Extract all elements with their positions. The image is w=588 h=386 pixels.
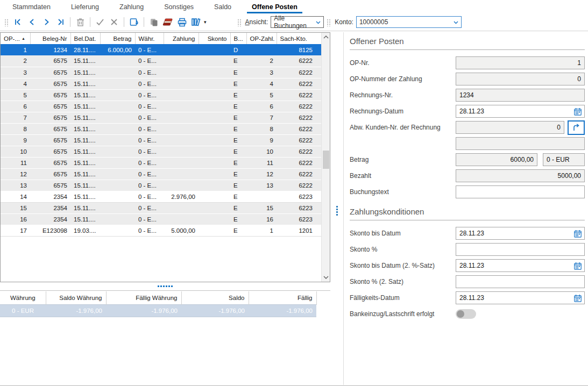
cell[interactable]: 2.976,00 <box>164 191 199 202</box>
cell[interactable]: 6223 <box>277 202 321 213</box>
cell[interactable]: 15.11.... <box>70 202 100 213</box>
cell[interactable]: 2 <box>1 55 30 67</box>
column-header[interactable]: Fällig <box>249 291 316 304</box>
reports-dropdown-caret-icon[interactable]: ▾ <box>204 19 207 25</box>
cell[interactable]: 4 <box>1 78 30 89</box>
column-header[interactable]: Währ. <box>135 33 164 44</box>
cell[interactable]: 16 <box>1 213 30 225</box>
cell[interactable]: 6222 <box>277 157 321 168</box>
previous-record-button[interactable] <box>26 16 39 28</box>
cell[interactable]: E <box>230 55 246 67</box>
cell[interactable]: 15 <box>1 202 30 213</box>
cell[interactable]: 17 <box>1 225 30 236</box>
cell[interactable]: 10 <box>1 146 30 157</box>
cell[interactable] <box>164 55 199 67</box>
cell[interactable]: 6575 <box>30 180 70 191</box>
table-row[interactable]: 3657515.11....0 - E...E36222 <box>1 67 321 78</box>
cell[interactable] <box>100 78 135 89</box>
betrag-waehrung-field[interactable] <box>543 153 585 166</box>
cell[interactable]: E <box>230 146 246 157</box>
tab-lieferung[interactable]: Lieferung <box>70 0 100 13</box>
cell[interactable]: 15.11.... <box>70 180 100 191</box>
cell[interactable]: 15.11.... <box>70 157 100 168</box>
betrag-field[interactable] <box>456 153 537 166</box>
cell[interactable] <box>164 180 199 191</box>
cell[interactable]: 6222 <box>277 112 321 123</box>
cell[interactable]: 0 - EUR <box>0 304 46 317</box>
cell[interactable]: 6.000,00 <box>100 44 135 55</box>
table-row[interactable]: 15235415.11....0 - E...E156223 <box>1 202 321 213</box>
cell[interactable]: 0 - E... <box>135 157 164 168</box>
cell[interactable]: E <box>230 123 246 134</box>
cell[interactable]: 6222 <box>277 101 321 112</box>
cell[interactable] <box>199 101 230 112</box>
tab-stammdaten[interactable]: Stammdaten <box>11 0 52 13</box>
jump-to-customer-button[interactable] <box>568 120 585 135</box>
cell[interactable] <box>164 213 199 225</box>
cell[interactable]: E <box>230 112 246 123</box>
column-header[interactable]: B... <box>230 33 246 44</box>
cell[interactable]: 15.11.... <box>70 123 100 134</box>
table-row[interactable]: 16235415.11....0 - E...E166223 <box>1 213 321 225</box>
cell[interactable]: 15.11.... <box>70 89 100 101</box>
cell[interactable]: -1.976,00 <box>46 304 106 317</box>
cell[interactable]: E <box>230 191 246 202</box>
cell[interactable]: 15.11.... <box>70 67 100 78</box>
cell[interactable]: 1201 <box>277 225 321 236</box>
scroll-up-icon[interactable] <box>322 33 330 41</box>
bezahlt-field[interactable] <box>456 169 585 182</box>
cell[interactable]: 11 <box>246 157 277 168</box>
cell[interactable] <box>100 123 135 134</box>
cell[interactable]: 6575 <box>30 89 70 101</box>
cell[interactable] <box>199 180 230 191</box>
ansicht-select[interactable]: Alle Buchungen <box>271 16 324 28</box>
column-header[interactable]: OP-Zahl. <box>246 33 277 44</box>
cell[interactable] <box>100 225 135 236</box>
cell[interactable]: E <box>230 157 246 168</box>
cell[interactable]: 6223 <box>277 213 321 225</box>
column-header[interactable]: Skonto <box>199 33 230 44</box>
cell[interactable]: 0 - E... <box>135 146 164 157</box>
cell[interactable]: 5.000,00 <box>164 225 199 236</box>
cell[interactable] <box>100 67 135 78</box>
cell[interactable]: 6575 <box>30 168 70 180</box>
cell[interactable]: 0 - E... <box>135 78 164 89</box>
cell[interactable] <box>199 123 230 134</box>
column-header[interactable]: Zahlung <box>164 33 199 44</box>
journal-button[interactable] <box>161 16 174 28</box>
last-record-button[interactable] <box>54 16 67 28</box>
cell[interactable]: -1.976,00 <box>181 304 249 317</box>
cell[interactable]: 15.11.... <box>70 191 100 202</box>
cell[interactable]: 6222 <box>277 134 321 146</box>
cell[interactable] <box>199 44 230 55</box>
cell[interactable]: E <box>230 225 246 236</box>
table-row[interactable]: 1123428.11....6.000,000 - E...D8125 <box>1 44 321 55</box>
cell[interactable]: 15.11.... <box>70 78 100 89</box>
table-row[interactable]: 11657515.11....0 - E...E116222 <box>1 157 321 168</box>
cell[interactable] <box>199 78 230 89</box>
cell[interactable]: E <box>230 78 246 89</box>
scrollbar-thumb[interactable] <box>323 151 329 169</box>
table-row[interactable]: 12657515.11....0 - E...E126222 <box>1 168 321 180</box>
cell[interactable] <box>164 112 199 123</box>
cell[interactable]: -1.976,00 <box>106 304 181 317</box>
table-row[interactable]: 8657515.11....0 - E...E86222 <box>1 123 321 134</box>
horizontal-splitter[interactable] <box>0 284 330 288</box>
table-row[interactable]: 14235415.11....0 - E...2.976,00E6223 <box>1 191 321 202</box>
cell[interactable]: 5 <box>246 89 277 101</box>
cell[interactable]: 6575 <box>30 134 70 146</box>
cell[interactable] <box>164 101 199 112</box>
table-row[interactable]: 13657515.11....0 - E...E136222 <box>1 180 321 191</box>
cell[interactable]: 8125 <box>277 44 321 55</box>
cell[interactable]: 6 <box>1 101 30 112</box>
cell[interactable]: E123098 <box>30 225 70 236</box>
cell[interactable]: 6222 <box>277 146 321 157</box>
skonto-bis-datum-field[interactable] <box>456 227 585 240</box>
table-row[interactable]: 5657515.11....0 - E...E56222 <box>1 89 321 101</box>
abw-kunden-name-field[interactable] <box>456 137 585 150</box>
cell[interactable] <box>100 101 135 112</box>
cell[interactable]: 5 <box>1 89 30 101</box>
cell[interactable]: 6575 <box>30 67 70 78</box>
cell[interactable] <box>199 146 230 157</box>
cell[interactable]: 0 - E... <box>135 134 164 146</box>
